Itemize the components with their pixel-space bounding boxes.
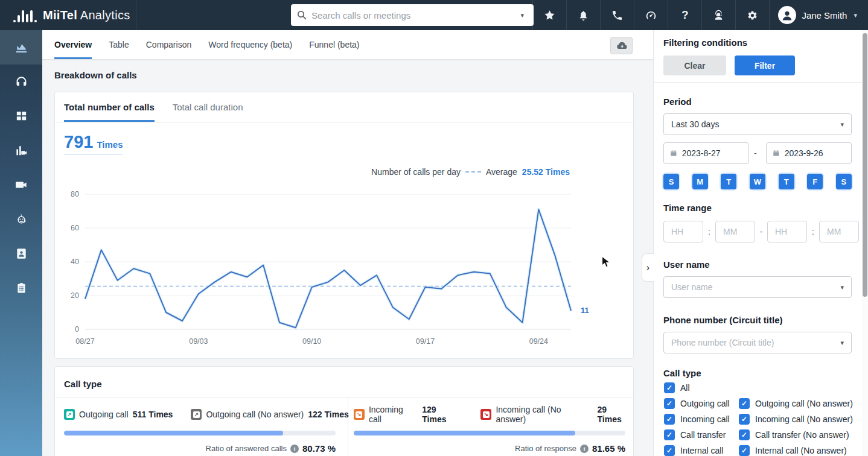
checkbox-checked-icon bbox=[739, 398, 750, 409]
weekday-monday[interactable]: M bbox=[692, 174, 708, 189]
checkbox-internal-call[interactable]: Internal call bbox=[664, 445, 724, 456]
sidebar-item-table-view[interactable] bbox=[0, 99, 42, 133]
user-menu[interactable]: Jane Smith bbox=[769, 0, 868, 30]
help-button[interactable]: ? bbox=[668, 0, 701, 30]
support-button[interactable] bbox=[701, 0, 735, 30]
time-range-inputs: : - : bbox=[663, 221, 859, 242]
chevron-down-icon bbox=[840, 121, 844, 128]
weekday-wednesday[interactable]: W bbox=[750, 174, 765, 189]
time-to-mm-input[interactable] bbox=[819, 221, 859, 242]
incoming-call-no-answer-icon bbox=[480, 409, 491, 420]
svg-text:09/10: 09/10 bbox=[302, 337, 321, 346]
tab-word-frequency[interactable]: Word frequency (beta) bbox=[208, 30, 292, 59]
search-icon bbox=[297, 10, 307, 20]
time-from-hh-input[interactable] bbox=[663, 221, 703, 242]
avatar bbox=[778, 6, 796, 24]
clear-button[interactable]: Clear bbox=[663, 55, 726, 75]
notifications-button[interactable] bbox=[566, 0, 600, 30]
tab-total-call-duration[interactable]: Total call duration bbox=[173, 92, 243, 122]
weekday-friday[interactable]: F bbox=[807, 174, 823, 189]
checkbox-checked-icon bbox=[664, 445, 675, 456]
bell-icon bbox=[577, 9, 590, 22]
chevron-down-icon bbox=[840, 283, 844, 291]
user-caret-icon bbox=[854, 11, 857, 19]
svg-text:09/03: 09/03 bbox=[189, 337, 208, 346]
search-scope-caret-icon[interactable] bbox=[517, 9, 528, 22]
tab-comparison[interactable]: Comparison bbox=[146, 30, 191, 59]
svg-text:08/27: 08/27 bbox=[75, 337, 94, 346]
user-name-label: User name bbox=[663, 259, 710, 270]
dashboard-button[interactable] bbox=[634, 0, 668, 30]
sidebar-item-analytics[interactable] bbox=[0, 30, 42, 65]
sidebar-item-reports[interactable] bbox=[0, 271, 42, 305]
answered-calls-progress bbox=[64, 431, 336, 435]
checkbox-checked-icon bbox=[739, 414, 750, 425]
sidebar-item-ai-assistant[interactable] bbox=[0, 202, 42, 236]
user-name-select[interactable]: User name bbox=[663, 276, 852, 298]
info-icon[interactable] bbox=[580, 445, 589, 453]
total-calls-value: 791 bbox=[64, 132, 93, 152]
sidebar-item-video-meetings[interactable] bbox=[0, 168, 42, 202]
checkbox-call-transfer[interactable]: Call transfer bbox=[664, 429, 726, 440]
collapse-panel-button[interactable] bbox=[642, 253, 654, 282]
settings-button[interactable] bbox=[735, 0, 769, 30]
phone-number-select[interactable]: Phone number (Circuit title) bbox=[663, 332, 852, 353]
search-input[interactable] bbox=[311, 10, 512, 21]
gauge-icon bbox=[645, 9, 657, 22]
period-label: Period bbox=[663, 97, 692, 107]
main-content: Overview Table Comparison Word frequency… bbox=[42, 30, 653, 456]
tab-total-number-of-calls[interactable]: Total number of calls bbox=[64, 92, 155, 122]
weekday-sunday[interactable]: S bbox=[663, 174, 679, 189]
date-from-input[interactable] bbox=[663, 142, 749, 164]
calls-button[interactable] bbox=[600, 0, 634, 30]
download-button[interactable] bbox=[610, 37, 633, 54]
period-select[interactable]: Last 30 days bbox=[663, 113, 852, 135]
legend-outgoing-call-no-answer: Outgoing call (No answer) 122 Times bbox=[191, 409, 348, 420]
waveform-logo-icon bbox=[13, 8, 37, 22]
weekday-thursday[interactable]: T bbox=[779, 174, 794, 189]
tab-table[interactable]: Table bbox=[109, 30, 129, 59]
checkbox-outgoing-call-no-answer[interactable]: Outgoing call (No answer) bbox=[739, 398, 853, 409]
scrollbar-thumb[interactable] bbox=[863, 33, 867, 297]
info-icon[interactable] bbox=[290, 445, 299, 453]
robot-icon bbox=[14, 212, 28, 226]
date-to-input[interactable] bbox=[766, 142, 852, 164]
support-agent-icon bbox=[712, 9, 725, 22]
checkbox-internal-call-no-answer[interactable]: Internal call (No answer) bbox=[739, 445, 847, 456]
checkbox-all[interactable]: All bbox=[664, 382, 690, 393]
video-camera-icon bbox=[14, 178, 28, 192]
total-calls-unit: Times bbox=[97, 139, 123, 150]
checkbox-incoming-call[interactable]: Incoming call bbox=[664, 414, 730, 425]
time-from-mm-input[interactable] bbox=[715, 221, 755, 242]
calendar-icon bbox=[670, 149, 677, 157]
weekday-tuesday[interactable]: T bbox=[721, 174, 736, 189]
checkbox-call-transfer-no-answer[interactable]: Call transfer (No answer) bbox=[739, 429, 849, 440]
checkbox-checked-icon bbox=[739, 445, 750, 456]
call-type-card: Call type Outgoing call 511 Times Outgoi… bbox=[54, 366, 634, 456]
svg-text:11: 11 bbox=[581, 306, 589, 315]
tab-overview[interactable]: Overview bbox=[54, 30, 92, 59]
sidebar-item-contacts[interactable] bbox=[0, 236, 42, 271]
brand[interactable]: MiiTel Analytics bbox=[0, 0, 136, 30]
legend-average-value: 25.52 Times bbox=[522, 167, 570, 177]
calls-line-chart: 02040608008/2709/0309/1009/1709/2411 bbox=[55, 189, 634, 352]
filter-panel-title: Filtering conditions bbox=[663, 37, 747, 48]
response-progress bbox=[354, 431, 625, 435]
legend-incoming-call-no-answer: Incoming call (No answer) 29 Times bbox=[480, 405, 633, 424]
phone-icon bbox=[611, 9, 624, 22]
gear-icon bbox=[746, 9, 759, 22]
checkbox-outgoing-call[interactable]: Outgoing call bbox=[664, 398, 730, 409]
filter-button[interactable]: Filter bbox=[735, 55, 795, 75]
total-calls-metric[interactable]: 791 Times bbox=[64, 132, 123, 154]
page-tabs-bar: Overview Table Comparison Word frequency… bbox=[42, 30, 653, 60]
outgoing-call-icon bbox=[64, 409, 75, 420]
sidebar-item-meeting-analytics[interactable] bbox=[0, 133, 42, 168]
tab-funnel[interactable]: Funnel (beta) bbox=[309, 30, 359, 59]
time-to-hh-input[interactable] bbox=[767, 221, 807, 242]
legend-series-label: Number of calls per day bbox=[371, 167, 461, 177]
checkbox-incoming-call-no-answer[interactable]: Incoming call (No answer) bbox=[739, 414, 853, 425]
weekday-saturday[interactable]: S bbox=[836, 174, 852, 189]
sidebar-item-call-history[interactable] bbox=[0, 65, 42, 99]
clipboard-icon bbox=[14, 281, 28, 295]
favorites-button[interactable] bbox=[532, 0, 566, 30]
